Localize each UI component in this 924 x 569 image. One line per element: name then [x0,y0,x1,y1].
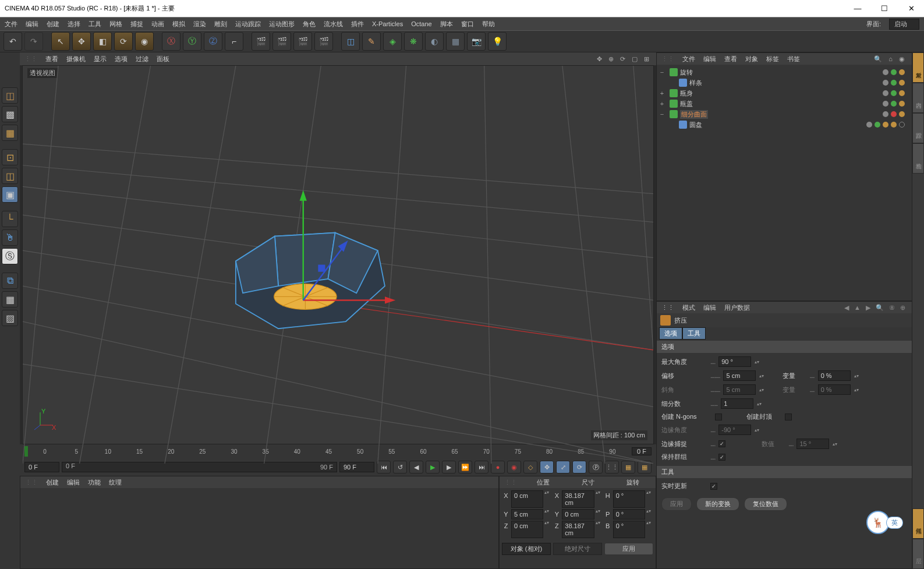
size-z-field[interactable]: 38.187 cm [562,521,594,538]
keep-groups-checkbox[interactable] [718,454,725,461]
planar-workplane[interactable]: ▨ [2,310,18,326]
add-generator[interactable]: ◈ [383,32,402,51]
object-row[interactable]: 样条 [659,77,909,88]
dock-tab-3[interactable]: 跟踪 [912,113,924,143]
obj-menu-file[interactable]: 文件 [682,55,695,63]
rot-b-field[interactable]: 0 ° [613,521,645,538]
object-tree[interactable]: −旋转样条+瓶身+瓶盖−细分曲面圆盘 [657,65,912,301]
layout-selector[interactable]: 启动 [889,19,919,30]
mat-menu-texture[interactable]: 纹理 [109,478,122,487]
ime-indicator[interactable]: 🦌 英 [866,511,903,534]
model-mode[interactable]: ▩ [2,106,18,122]
rot-p-field[interactable]: 0 ° [613,509,645,519]
vp-menu-panel[interactable]: 面板 [157,55,169,63]
ngons-checkbox[interactable] [715,414,722,420]
add-environment[interactable]: ◐ [425,32,444,51]
dock-tab-2[interactable]: 内容 [912,83,924,113]
subdiv-field[interactable]: 1 [721,398,753,409]
obj-panel-icons[interactable]: 🔍 ⌂ ◉ [874,55,907,63]
object-name[interactable]: 样条 [689,79,702,87]
menu-tools[interactable]: 工具 [88,20,101,29]
add-spline[interactable]: ✎ [362,32,381,51]
render-view[interactable]: 🎬 [252,32,270,51]
viewport-nav-icons[interactable]: ✥ ⊕ ⟳ ▢ ⊞ [597,55,652,63]
menu-mograph[interactable]: 运动图形 [269,20,295,29]
menu-render[interactable]: 渲染 [193,20,206,29]
vp-menu-filter[interactable]: 过滤 [136,55,148,63]
apply-button[interactable]: 应用 [661,497,692,511]
menu-snap[interactable]: 捕捉 [130,20,143,29]
mat-menu-create[interactable]: 创建 [46,478,59,487]
menu-pipeline[interactable]: 流水线 [324,20,343,29]
pos-y-field[interactable]: 5 cm [511,509,543,519]
menu-simulate[interactable]: 模拟 [172,20,185,29]
object-row[interactable]: −细分曲面 [659,109,909,119]
tweak-mode[interactable]: 🖱 [2,229,18,246]
edge-mode[interactable]: ◫ [2,168,18,184]
coord-apply-button[interactable]: 应用 [604,543,653,555]
add-deformer[interactable]: ❋ [404,32,423,51]
close-button[interactable]: ✕ [903,4,919,13]
size-x-field[interactable]: 38.187 cm [562,490,594,508]
menu-sculpt[interactable]: 雕刻 [214,20,227,29]
x-axis-toggle[interactable]: Ⓧ [162,32,180,51]
make-editable[interactable]: ◫ [2,87,18,104]
menu-create[interactable]: 创建 [47,20,59,29]
viewport-3d[interactable]: 透视视图 [22,65,654,444]
redo-button[interactable]: ↷ [24,32,43,51]
reset-values-button[interactable]: 复位数值 [744,497,787,511]
object-row[interactable]: +瓶盖 [659,98,909,109]
texture-mode[interactable]: ▦ [2,125,18,141]
attr-menu-edit[interactable]: 编辑 [703,303,716,312]
size-y-field[interactable]: 0 cm [562,509,594,519]
maximize-button[interactable]: ☐ [876,4,893,13]
menu-xparticles[interactable]: X-Particles [372,20,403,27]
add-light2[interactable]: 💡 [488,32,507,51]
live-select-tool[interactable]: ↖ [51,32,70,51]
menu-character[interactable]: 角色 [303,20,316,29]
tab-tool[interactable]: 工具 [682,327,706,340]
menu-help[interactable]: 帮助 [482,20,495,29]
obj-menu-objects[interactable]: 对象 [745,55,758,63]
vp-menu-options[interactable]: 选项 [115,55,128,63]
vp-menu-cameras[interactable]: 摄像机 [66,55,86,63]
menu-mesh[interactable]: 网格 [109,20,122,29]
pos-z-field[interactable]: 0 cm [511,521,543,538]
object-name[interactable]: 细分曲面 [680,110,708,119]
render-region[interactable]: 🎬 [272,32,291,51]
vp-menu-view[interactable]: 查看 [45,55,58,63]
menu-tracker[interactable]: 运动跟踪 [235,20,261,29]
menu-edit[interactable]: 编辑 [26,20,38,29]
minimize-button[interactable]: — [849,4,866,13]
coord-mode-select[interactable]: 对象 (相对) [502,543,551,555]
scale-tool[interactable]: ◧ [93,32,112,51]
object-row[interactable]: +瓶身 [659,88,909,98]
menu-octane[interactable]: Octane [411,20,431,27]
realtime-checkbox[interactable] [710,483,717,490]
y-axis-toggle[interactable]: Ⓨ [183,32,201,51]
size-mode-select[interactable]: 绝对尺寸 [553,543,602,555]
menu-file[interactable]: 文件 [5,20,17,29]
offset-field[interactable]: 5 cm [723,370,756,381]
axis-mode[interactable]: └ [2,211,18,227]
snap-toggle[interactable]: Ⓢ [2,248,18,264]
mat-menu-edit[interactable]: 编辑 [67,478,80,487]
locked-workplane[interactable]: ▦ [2,291,18,308]
caps-checkbox[interactable] [785,414,792,420]
obj-menu-bookmarks[interactable]: 书签 [787,55,800,63]
obj-menu-edit[interactable]: 编辑 [703,55,716,63]
new-transform-button[interactable]: 新的变换 [696,497,739,511]
picture-viewer[interactable]: 🎬 [314,32,333,51]
attr-menu-userdata[interactable]: 用户数据 [724,303,750,312]
z-axis-toggle[interactable]: Ⓩ [204,32,222,51]
mat-menu-function[interactable]: 功能 [88,478,101,487]
menu-select[interactable]: 选择 [68,20,80,29]
offset-var-field[interactable]: 0 % [818,370,851,381]
add-cube[interactable]: ◫ [341,32,360,51]
undo-button[interactable]: ↶ [3,32,22,51]
last-tool[interactable]: ◉ [135,32,154,51]
pos-x-field[interactable]: 0 cm [511,490,543,508]
dock-tab-6[interactable]: 层 [912,539,924,569]
move-tool[interactable]: ✥ [72,32,91,51]
render-settings[interactable]: 🎬 [293,32,312,51]
